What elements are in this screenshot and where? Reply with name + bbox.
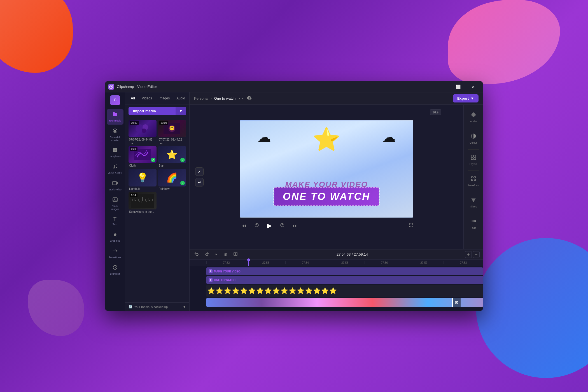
tool-layout[interactable]: Layout xyxy=(465,152,482,168)
ruler-mark-4: 27:56 xyxy=(365,261,404,264)
track-clip-one-to-watch[interactable]: T ONE TO WATCH xyxy=(206,276,483,284)
sidebar-item-music-sfx[interactable]: Music & SFX xyxy=(107,162,123,177)
import-button-dropdown[interactable]: ▼ xyxy=(176,107,186,115)
media-thumb-cloth[interactable]: 0:30 ✓ xyxy=(129,146,157,163)
tool-divider-2 xyxy=(468,149,479,150)
svg-text:C: C xyxy=(113,98,116,102)
media-item-video1[interactable]: 30:00 07/07/22, 09:44:02 –... xyxy=(129,120,157,144)
sidebar-item-transitions[interactable]: Transitions xyxy=(107,246,123,261)
sidebar-label-your-media: Your media xyxy=(109,119,121,122)
editor-topbar: Personal › One to watch ⋯ Export ▼ xyxy=(190,92,483,105)
playhead-dot xyxy=(247,258,250,261)
minimize-button[interactable]: — xyxy=(437,82,449,91)
zoom-plus-button[interactable]: + xyxy=(465,251,472,258)
star-emoji-13: ⭐ xyxy=(305,287,312,295)
sidebar-item-record-create[interactable]: Record & create xyxy=(107,126,123,144)
close-button[interactable]: ✕ xyxy=(467,82,480,91)
media-thumb-audio[interactable]: 0:14 xyxy=(129,192,157,209)
tool-transform[interactable]: Transform xyxy=(465,173,482,190)
breadcrumb-parent: Personal xyxy=(194,96,208,101)
tool-colour[interactable]: Colour xyxy=(465,130,482,147)
media-item-cloth[interactable]: 0:30 ✓ Cloth xyxy=(129,146,157,167)
sidebar-item-stock-images[interactable]: Stock images xyxy=(107,195,123,213)
graphics-icon xyxy=(112,232,118,239)
media-thumb-video2[interactable]: 😊 30:00 xyxy=(158,120,186,137)
track-row-gradient[interactable]: ⊠ xyxy=(206,298,483,307)
media-item-rainbow[interactable]: 🌈 ✓ Rainbow xyxy=(158,169,186,190)
filters-tool-icon xyxy=(471,197,476,204)
media-item-audio[interactable]: 0:14 Somewhere in the... xyxy=(129,192,157,213)
sidebar-item-templates[interactable]: Templates xyxy=(107,145,123,160)
zoom-minus-button[interactable]: − xyxy=(473,251,480,258)
tool-layout-label: Layout xyxy=(470,163,477,165)
star-emoji-16: ⭐ xyxy=(329,287,337,295)
track-row-stars[interactable]: ⭐ ⭐ ⭐ ⭐ ⭐ ⭐ ⭐ ⭐ ⭐ ⭐ ⭐ ⭐ ⭐ ⭐ ⭐ xyxy=(206,285,483,297)
sidebar-item-stock-video[interactable]: Stock video xyxy=(107,178,123,193)
track-text-2: ONE TO WATCH xyxy=(214,279,235,282)
star-emoji-4: ⭐ xyxy=(232,287,239,295)
forward-button[interactable] xyxy=(278,221,286,231)
reject-button[interactable]: ↩ xyxy=(195,178,204,186)
media-thumb-star[interactable]: ⭐ ✓ xyxy=(158,146,186,163)
breadcrumb-current[interactable]: One to watch xyxy=(214,96,236,101)
export-button[interactable]: Export ▼ xyxy=(453,94,479,102)
background-blob-4 xyxy=(28,280,84,336)
maximize-button[interactable]: ⬜ xyxy=(452,82,465,91)
delete-button[interactable]: 🗑 xyxy=(222,251,229,258)
play-button[interactable]: ▶ xyxy=(265,220,274,231)
cut-button[interactable]: ✂ xyxy=(213,251,220,258)
tab-images[interactable]: Images xyxy=(157,95,172,101)
rewind-button[interactable] xyxy=(253,221,261,231)
media-thumb-video1[interactable]: 30:00 xyxy=(129,120,157,137)
track-trim-handle[interactable]: ⊠ xyxy=(452,298,461,307)
track-clip-make-your-video[interactable]: T MAKE YOUR VIDEO xyxy=(206,267,483,275)
media-thumb-lightbulb[interactable]: 💡 xyxy=(129,169,157,186)
audio-badge: 0:14 xyxy=(130,193,137,197)
accept-button[interactable]: ✓ xyxy=(195,167,204,176)
more-options-button[interactable]: ⋯ xyxy=(238,95,244,102)
tool-audio[interactable]: Audio xyxy=(465,109,482,126)
sidebar-item-graphics[interactable]: Graphics xyxy=(107,229,123,245)
footer-dropdown-arrow[interactable]: ▼ xyxy=(183,305,186,309)
text-overlay-one-to-watch[interactable]: ONE TO WATCH xyxy=(274,187,379,206)
skip-forward-button[interactable]: ⏭ xyxy=(291,221,299,230)
tool-filters[interactable]: Filters xyxy=(465,194,482,211)
tab-all[interactable]: All xyxy=(129,95,137,101)
video1-badge: 30:00 xyxy=(130,121,139,125)
ruler-marks: 27:52 27:53 27:54 27:55 27:56 27:57 27:5… xyxy=(206,261,483,264)
media-item-video2[interactable]: 😊 30:00 07/07/22, 09:44:02 –... xyxy=(158,120,186,144)
clip-text-icon-1: T xyxy=(209,269,213,273)
star-emoji-5: ⭐ xyxy=(240,287,248,295)
sidebar-label-brand-kit: Brand kit xyxy=(110,272,120,276)
import-media-button[interactable]: Import media ▼ xyxy=(129,107,186,115)
tab-audio[interactable]: Audio xyxy=(174,95,187,101)
timeline-playhead[interactable] xyxy=(248,260,249,266)
sidebar-item-text[interactable]: T Text xyxy=(107,214,123,228)
video-preview[interactable]: ☁ ☁ ⭐ MAKE YOUR VIDEO ONE TO WATCH xyxy=(240,120,413,218)
undo-button[interactable] xyxy=(193,251,201,258)
media-item-lightbulb[interactable]: 💡 Lightbulb xyxy=(129,169,157,190)
left-sidebar: C Your media Record & create Templa xyxy=(105,92,125,311)
tab-videos[interactable]: Videos xyxy=(139,95,154,101)
redo-button[interactable] xyxy=(203,251,211,258)
sidebar-item-your-media[interactable]: Your media xyxy=(107,109,123,125)
background-blob-3 xyxy=(476,238,588,378)
fullscreen-button[interactable] xyxy=(409,223,413,228)
lightbulb-name: Lightbulb xyxy=(129,186,157,190)
svg-rect-39 xyxy=(474,155,476,157)
user-avatar[interactable]: C xyxy=(110,95,120,105)
snap-button[interactable] xyxy=(232,251,239,258)
media-thumb-rainbow[interactable]: 🌈 ✓ xyxy=(158,169,186,186)
star-emoji-15: ⭐ xyxy=(321,287,329,295)
filter-tabs: All Videos Images Audio xyxy=(125,92,189,104)
lightbulb-thumbnail: 💡 xyxy=(129,169,157,186)
star-emoji-14: ⭐ xyxy=(313,287,321,295)
video1-date: 07/07/22, 09:44:02 –... xyxy=(129,137,157,144)
tool-fade[interactable]: Fade xyxy=(465,216,482,232)
skip-back-button[interactable]: ⏮ xyxy=(240,221,248,230)
sidebar-item-brand-kit[interactable]: Brand kit xyxy=(107,262,123,278)
sidebar-label-transitions: Transitions xyxy=(109,256,121,259)
track-text-1: MAKE YOUR VIDEO xyxy=(214,270,241,273)
media-item-star[interactable]: ⭐ ✓ Star xyxy=(158,146,186,167)
templates-icon xyxy=(112,147,118,154)
